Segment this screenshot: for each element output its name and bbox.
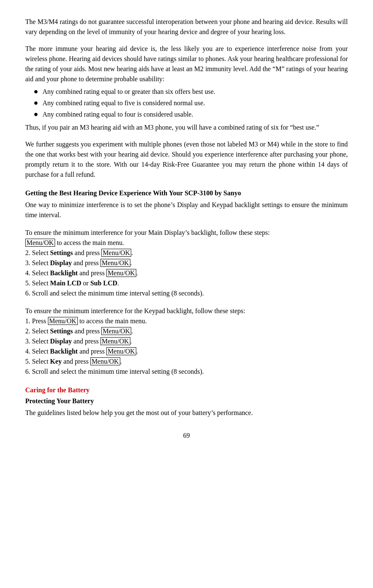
paragraph-4: We further suggests you experiment with … [25, 139, 348, 180]
step-2a-pre: 2. Select [25, 249, 50, 256]
menuok-box-1a: Menu/OK [25, 239, 55, 247]
step-1a: Menu/OK to access the main menu. [25, 238, 348, 248]
step-4b: 4. Select Backlight and press Menu/OK. [25, 346, 348, 357]
step-4b-end: . [136, 348, 138, 355]
step-3a: 3. Select Display and press Menu/OK. [25, 258, 348, 268]
step-3b-end: . [130, 338, 132, 345]
step-5a: 5. Select Main LCD or Sub LCD. [25, 278, 348, 288]
step-4a-end: . [136, 269, 138, 277]
step-2b-pre: 2. Select [25, 327, 50, 335]
step-5a-end: . [117, 279, 119, 287]
step-2a-end: . [131, 249, 133, 256]
paragraph-8: The guidelines listed below help you get… [25, 408, 348, 418]
display-bold-1: Display [50, 259, 72, 266]
main-display-steps: To ensure the minimum interference for y… [25, 228, 348, 298]
page-content: The M3/M4 ratings do not guarantee succe… [25, 17, 348, 441]
backlight-bold-1: Backlight [50, 269, 78, 277]
settings-bold-2: Settings [50, 327, 73, 335]
list-item: ● Any combined rating equal to or greate… [34, 87, 348, 97]
bullet-text-2: Any combined rating equal to five is con… [42, 98, 205, 108]
step-5a-mid: or [81, 279, 90, 287]
menuok-box-4a: Menu/OK [106, 269, 136, 277]
step-5b-end: . [120, 358, 122, 365]
step-3b-pre: 3. Select [25, 338, 50, 345]
bullet-text-1: Any combined rating equal to or greater … [42, 87, 215, 97]
step-4a-pre: 4. Select [25, 269, 50, 277]
list-item: ● Any combined rating equal to five is c… [34, 98, 348, 109]
keypad-steps: To ensure the minimum interference for t… [25, 306, 348, 377]
step-1b: 1. Press Menu/OK to access the main menu… [25, 316, 348, 326]
paragraph-2: The more immune your hearing aid device … [25, 44, 348, 84]
step-6a: 6. Scroll and select the minimum time in… [25, 288, 348, 298]
paragraph-1: The M3/M4 ratings do not guarantee succe… [25, 17, 348, 37]
section-hearing-device: Getting the Best Hearing Device Experien… [25, 188, 348, 220]
step-3b-mid: and press [72, 338, 101, 345]
step-2b-end: . [131, 327, 133, 335]
battery-section: Caring for the Battery Protecting Your B… [25, 385, 348, 418]
protecting-battery-heading: Protecting Your Battery [25, 396, 348, 406]
step-4a: 4. Select Backlight and press Menu/OK. [25, 268, 348, 278]
page-number: 69 [25, 431, 348, 441]
step-3b: 3. Select Display and press Menu/OK. [25, 336, 348, 346]
bullet-list: ● Any combined rating equal to or greate… [34, 87, 348, 120]
backlight-bold-2: Backlight [50, 348, 78, 355]
menuok-box-5b: Menu/OK [90, 357, 120, 365]
step-5a-pre: 5. Select [25, 279, 50, 287]
display-bold-2: Display [50, 338, 72, 345]
paragraph-5: One way to minimize interference is to s… [25, 200, 348, 220]
mainlcd-bold: Main LCD [50, 279, 81, 287]
menuok-box-3b: Menu/OK [101, 337, 130, 345]
step-2a-mid: and press [73, 249, 101, 256]
step-4b-pre: 4. Select [25, 348, 50, 355]
step-5b-mid: and press [62, 358, 90, 365]
paragraph-6: To ensure the minimum interference for y… [25, 228, 348, 238]
step-5b-pre: 5. Select [25, 358, 50, 365]
menuok-box-4b: Menu/OK [106, 347, 136, 355]
menuok-box-3a: Menu/OK [101, 259, 130, 267]
paragraph-7: To ensure the minimum interference for t… [25, 306, 348, 316]
step-6b: 6. Scroll and select the minimum time in… [25, 367, 348, 377]
menuok-box-1b: Menu/OK [48, 317, 78, 325]
bullet-icon: ● [34, 109, 38, 120]
step-2a: 2. Select Settings and press Menu/OK. [25, 248, 348, 258]
step-4a-mid: and press [78, 269, 106, 277]
section-heading-hearing: Getting the Best Hearing Device Experien… [25, 188, 348, 198]
bullet-icon: ● [34, 97, 38, 109]
step-1a-rest: to access the main menu. [55, 239, 124, 246]
key-bold: Key [50, 358, 62, 365]
caring-battery-heading: Caring for the Battery [25, 385, 348, 395]
step-3a-mid: and press [72, 259, 101, 266]
menuok-box-2b: Menu/OK [101, 327, 131, 335]
step-3a-end: . [130, 259, 132, 266]
step-1b-rest: to access the main menu. [78, 317, 147, 325]
step-3a-pre: 3. Select [25, 259, 50, 266]
step-5b: 5. Select Key and press Menu/OK. [25, 357, 348, 367]
sublcd-bold: Sub LCD [90, 279, 117, 287]
step-4b-mid: and press [78, 348, 106, 355]
menuok-box-2a: Menu/OK [101, 249, 131, 257]
list-item: ● Any combined rating equal to four is c… [34, 109, 348, 120]
settings-bold-1: Settings [50, 249, 73, 256]
step-2b: 2. Select Settings and press Menu/OK. [25, 326, 348, 336]
step-1b-pre: 1. Press [25, 317, 48, 325]
bullet-icon: ● [34, 86, 38, 97]
step-2b-mid: and press [73, 327, 101, 335]
bullet-text-3: Any combined rating equal to four is con… [42, 109, 193, 120]
paragraph-3: Thus, if you pair an M3 hearing aid with… [25, 122, 348, 133]
